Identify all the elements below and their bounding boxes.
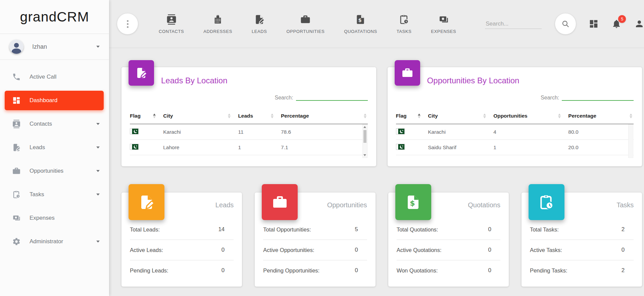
vertical-dots-icon — [127, 20, 129, 22]
search-input[interactable] — [485, 19, 542, 29]
card-title: Quotations — [468, 201, 500, 209]
table-scrollbar[interactable] — [362, 124, 367, 158]
scrollbar-down-icon[interactable] — [363, 154, 366, 156]
payments-icon — [438, 14, 449, 25]
top-nav-tasks[interactable]: TASKS — [397, 14, 412, 34]
column-header-opportunities[interactable]: Opportunities — [493, 108, 568, 124]
user-menu[interactable]: Izhan — [0, 34, 109, 59]
table-row: Lahore 1 7.1 — [130, 140, 368, 155]
sort-icon[interactable] — [418, 114, 420, 118]
stat-row: Pending Leads:0 — [130, 260, 234, 281]
clipboard-clock-icon — [399, 14, 409, 25]
top-nav-addresses[interactable]: ADDRESSES — [203, 14, 232, 34]
stat-row: Active Quotations:0 — [397, 240, 500, 260]
sidebar-item-contacts[interactable]: Contacts — [0, 112, 109, 136]
sidebar-item-dashboard[interactable]: Dashboard — [5, 91, 104, 110]
top-nav: CONTACTS ADDRESSES LEADS OPPORTUNITIES Q… — [159, 14, 456, 34]
column-header-percentage[interactable]: Percentage — [568, 108, 634, 124]
phone-icon — [12, 73, 21, 81]
sidebar-item-active-call[interactable]: Active Call — [0, 65, 109, 89]
opportunities-summary-card: Opportunities Total Opportunities:5 Acti… — [255, 193, 375, 287]
column-header-leads[interactable]: Leads — [238, 108, 281, 124]
gear-icon — [12, 237, 21, 246]
column-header-city[interactable]: City — [163, 108, 238, 124]
table-scrollbar-track[interactable] — [628, 124, 633, 158]
document-dollar-icon — [355, 14, 366, 25]
briefcase-icon — [12, 167, 21, 175]
scrollbar-thumb[interactable] — [363, 130, 366, 143]
sort-icon[interactable] — [364, 114, 366, 118]
top-nav-opportunities[interactable]: OPPORTUNITIES — [287, 14, 325, 34]
document-edit-icon — [129, 184, 164, 220]
table-search-input[interactable] — [296, 93, 368, 101]
card-title: Opportunities — [327, 201, 367, 209]
table-row: Saidu Sharif 1 20.0 — [396, 140, 634, 155]
sidebar: grandCRM Izhan Active Call Dashboard Co — [0, 0, 109, 296]
chevron-down-icon — [96, 241, 100, 243]
column-header-percentage[interactable]: Percentage — [281, 108, 368, 124]
document-edit-icon — [254, 14, 265, 25]
sort-icon[interactable] — [558, 114, 561, 118]
column-header-flag[interactable]: Flag — [130, 108, 163, 124]
card-title: Leads — [215, 201, 234, 209]
sort-icon[interactable] — [483, 114, 486, 118]
payments-icon — [12, 214, 21, 222]
table-search-label: Search: — [275, 95, 293, 101]
leads-summary-card: Leads Total Leads:14 Active Leads:0 Pend… — [121, 193, 242, 287]
sidebar-item-tasks[interactable]: Tasks — [0, 183, 109, 206]
quotations-summary-card: Quotations Total Quotations:0 Active Quo… — [388, 193, 509, 287]
clipboard-clock-icon — [12, 190, 21, 199]
brand-logo-text: grandCRM — [20, 9, 89, 25]
search-button[interactable] — [555, 13, 576, 34]
table-search-label: Search: — [541, 95, 559, 101]
stat-row: Total Tasks:2 — [530, 219, 634, 240]
stat-row: Pending Opportunities:0 — [263, 260, 367, 281]
chevron-down-icon — [96, 123, 100, 125]
contacts-icon — [166, 14, 177, 25]
person-icon — [634, 19, 644, 29]
table-search-input[interactable] — [562, 93, 634, 101]
top-nav-leads[interactable]: LEADS — [252, 14, 267, 34]
stat-row: Won Quotations:0 — [397, 260, 500, 281]
sidebar-item-leads[interactable]: Leads — [0, 136, 109, 159]
top-nav-contacts[interactable]: CONTACTS — [159, 14, 184, 34]
search-icon — [561, 19, 570, 28]
stat-row: Active Opportunities:0 — [263, 240, 367, 260]
column-header-city[interactable]: City — [428, 108, 493, 124]
stat-row: Total Opportunities:5 — [263, 219, 367, 240]
top-nav-expenses[interactable]: EXPENSES — [431, 14, 456, 34]
contacts-icon — [12, 120, 21, 128]
opportunities-location-table: Flag City Opportunities Percentage Karac… — [396, 108, 634, 155]
main-area: CONTACTS ADDRESSES LEADS OPPORTUNITIES Q… — [109, 0, 644, 296]
notification-badge: 5 — [618, 15, 626, 23]
sidebar-item-expenses[interactable]: Expenses — [0, 206, 109, 230]
document-edit-icon — [129, 60, 154, 86]
clipboard-clock-icon — [529, 184, 564, 220]
topbar: CONTACTS ADDRESSES LEADS OPPORTUNITIES Q… — [109, 0, 644, 48]
apps-grid-icon[interactable] — [589, 19, 599, 29]
sort-icon[interactable] — [271, 114, 274, 118]
stat-row: Total Leads:14 — [130, 219, 234, 240]
pakistan-flag-icon — [130, 128, 139, 134]
stat-row: Active Tasks:0 — [530, 240, 634, 260]
sort-icon[interactable] — [153, 114, 156, 118]
sort-icon[interactable] — [228, 114, 231, 118]
top-nav-quoatations[interactable]: QUOATATIONS — [344, 14, 377, 34]
notifications-button[interactable]: 5 — [611, 19, 622, 29]
more-button[interactable] — [117, 13, 138, 34]
brand-logo[interactable]: grandCRM — [0, 0, 109, 34]
briefcase-icon — [300, 14, 311, 25]
document-dollar-icon — [395, 184, 431, 220]
scrollbar-up-icon[interactable] — [363, 126, 366, 128]
card-title: Tasks — [616, 201, 634, 209]
pakistan-flag-icon — [396, 144, 405, 150]
profile-button[interactable] — [634, 19, 644, 29]
sort-icon[interactable] — [630, 114, 632, 118]
sidebar-item-opportunities[interactable]: Opportunities — [0, 159, 109, 183]
avatar — [9, 40, 23, 54]
card-title: Leads By Location — [130, 67, 368, 85]
sidebar-item-administrator[interactable]: Administrator — [0, 230, 109, 253]
column-header-flag[interactable]: Flag — [396, 108, 428, 124]
dashboard-icon — [12, 96, 21, 105]
document-edit-icon — [12, 143, 21, 152]
